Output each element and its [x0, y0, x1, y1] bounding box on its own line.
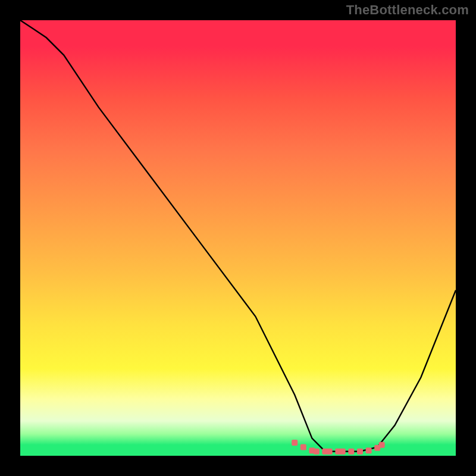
bottom-markers: [292, 440, 384, 455]
bottleneck-curve: [20, 20, 456, 456]
marker-dot: [300, 444, 306, 450]
chart-frame: TheBottleneck.com: [0, 0, 476, 476]
marker-dot: [292, 440, 298, 446]
plot-area: [20, 20, 456, 456]
watermark-text: TheBottleneck.com: [346, 2, 469, 18]
marker-dot: [314, 449, 320, 455]
marker-dot: [366, 447, 372, 453]
marker-dot: [340, 449, 346, 455]
marker-dot: [348, 449, 354, 455]
curve-path: [20, 20, 456, 452]
marker-dot: [379, 442, 385, 448]
marker-dot: [327, 449, 333, 455]
marker-dot: [357, 449, 363, 455]
